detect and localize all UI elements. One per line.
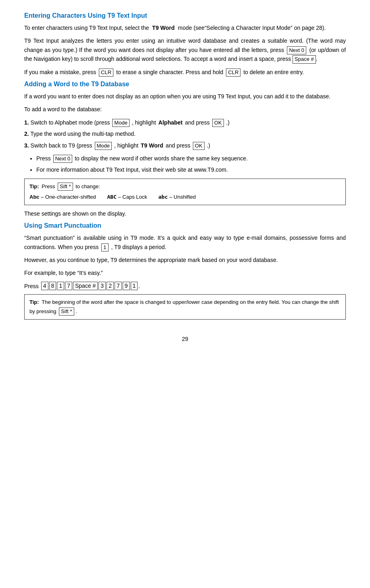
after-tip1: These settings are shown on the display. xyxy=(24,209,346,218)
press-key-1b: 1 xyxy=(131,282,138,291)
press-key-row: Press 4 8 1 7 Space # 3 2 7 9 1 . xyxy=(24,282,346,291)
next0-key-2: Next 0 xyxy=(53,155,73,163)
clr-key-1: CLR xyxy=(99,69,113,77)
step-3: 3. Switch back to T9 (press Mode , highl… xyxy=(24,141,346,150)
mode-key-2: Mode xyxy=(95,142,112,150)
bullet-1: Press Next 0 to display the new word if … xyxy=(36,154,346,163)
bullet-list: Press Next 0 to display the new word if … xyxy=(36,154,346,175)
clr-key-2: CLR xyxy=(226,69,240,77)
bullet-2: For more information about T9 Text Input… xyxy=(36,165,346,174)
press-key-7: 7 xyxy=(65,282,72,291)
mode-key-1: Mode xyxy=(112,119,130,127)
page-number: 29 xyxy=(24,336,346,342)
tip1-line2: Abc – One-character-shifted ABC – Caps L… xyxy=(29,193,341,202)
section2-para2: To add a word to the database: xyxy=(24,105,346,114)
section1-title: Entering Characters Using T9 Text Input xyxy=(24,12,346,19)
section1-para2: T9 Text Input analyzes the letters you e… xyxy=(24,36,346,63)
sift-star-key-1: Sift * xyxy=(58,183,73,191)
next0-key-1: Next 0 xyxy=(287,46,306,54)
section2-title: Adding a Word to the T9 Database xyxy=(24,81,346,88)
space-hash-key-1: Space # xyxy=(293,55,316,63)
press-key-3: 3 xyxy=(98,282,106,291)
press-key-4: 4 xyxy=(41,282,48,291)
section1-para1: To enter characters using T9 Text Input,… xyxy=(24,23,346,32)
press-key-7b: 7 xyxy=(115,282,122,291)
key-1-smart: 1 xyxy=(101,243,108,251)
tip1-line1: Tip: Press Sift * to change: xyxy=(29,182,341,191)
section4-para3: For example, to type “It’s easy.” xyxy=(24,268,346,277)
tip-box-2: Tip: The beginning of the word after the… xyxy=(24,294,346,319)
step-1: 1. Switch to Alphabet mode (press Mode ,… xyxy=(24,118,346,127)
section2-para1: If a word you want to enter does not dis… xyxy=(24,92,346,101)
ok-key-1: OK xyxy=(212,119,224,127)
section4-title: Using Smart Punctuation xyxy=(24,222,346,229)
section1-para3: If you make a mistake, press CLR to eras… xyxy=(24,68,346,77)
press-key-9: 9 xyxy=(123,282,130,291)
press-key-2: 2 xyxy=(107,282,114,291)
tip-box-1: Tip: Press Sift * to change: Abc – One-c… xyxy=(24,179,346,205)
section4-para2: However, as you continue to type, T9 det… xyxy=(24,256,346,264)
press-key-space: Space # xyxy=(73,282,98,291)
press-key-1a: 1 xyxy=(57,282,64,291)
steps-list: 1. Switch to Alphabet mode (press Mode ,… xyxy=(24,118,346,150)
sift-star-key-2: Sift * xyxy=(59,308,74,316)
section4-para1: “Smart punctuation” is available using i… xyxy=(24,233,346,251)
press-key-8: 8 xyxy=(49,282,56,291)
step-2: 2. Type the word using the multi-tap met… xyxy=(24,129,346,138)
ok-key-2: OK xyxy=(193,142,205,150)
